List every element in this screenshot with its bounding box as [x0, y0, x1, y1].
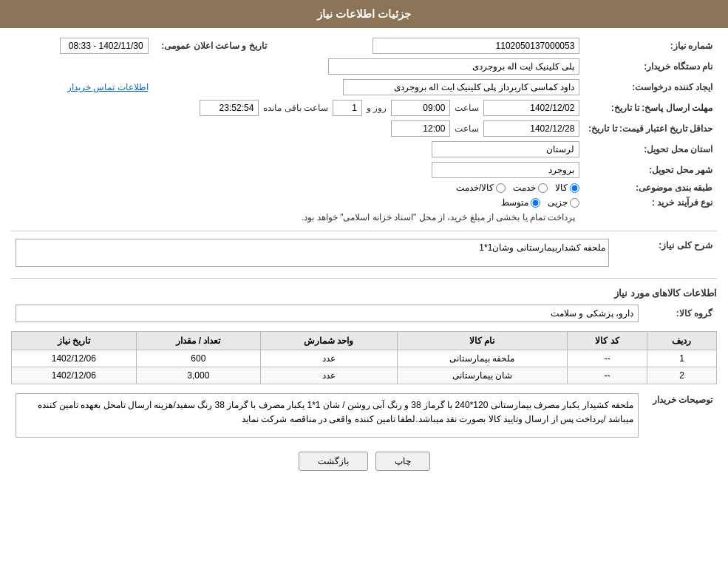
- cell-vahed: عدد: [261, 350, 398, 367]
- ijad-konande-input[interactable]: [343, 79, 579, 95]
- radio-motawaset-input[interactable]: [531, 198, 540, 208]
- mohlat-mande-label: ساعت باقی مانده: [263, 103, 328, 113]
- tabaqe-value: کالا خدمت کالا/خدمت: [11, 180, 584, 195]
- shomare-niaz-input[interactable]: [372, 38, 579, 54]
- hadaq-label: حداقل تاریخ اعتبار قیمت: تا تاریخ:: [584, 118, 717, 139]
- row-tabaqe: طبقه بندی موضوعی: کالا خدمت: [11, 180, 717, 195]
- mohlat-value: ساعت روز و ساعت باقی مانده: [11, 98, 584, 118]
- radio-kala-input[interactable]: [570, 183, 579, 193]
- back-button[interactable]: بازگشت: [299, 452, 368, 471]
- button-row: چاپ بازگشت: [11, 452, 717, 471]
- note-text: پرداخت تمام یا بخشی از مبلغ خرید، از محل…: [297, 209, 579, 225]
- group-kala-box: دارو، پزشکی و سلامت: [16, 305, 639, 322]
- radio-kala-khadamat-label: کالا/خدمت: [456, 183, 494, 193]
- hadaq-time-input[interactable]: [391, 120, 450, 137]
- ijad-konande-label: ایجاد کننده درخواست:: [584, 77, 717, 98]
- th-radif: ردیف: [647, 332, 716, 350]
- tosif-value-cell: ملحفه کشیدار یکبار مصرف بیمارستانی 120*2…: [11, 390, 643, 441]
- mohlat-time-input[interactable]: [391, 100, 450, 116]
- ostan-input[interactable]: [432, 141, 579, 157]
- radio-khadamat-label: خدمت: [513, 183, 536, 193]
- row-mohlat: مهلت ارسال پاسخ: تا تاریخ: ساعت روز و سا…: [11, 98, 717, 118]
- hadaq-date-input[interactable]: [483, 120, 579, 137]
- radio-kala-label: کالا: [555, 183, 568, 193]
- page-header: جزئیات اطلاعات نیاز: [0, 0, 728, 28]
- tarikhe-elan-value: [11, 35, 153, 56]
- note-cell: پرداخت تمام یا بخشی از مبلغ خرید، از محل…: [11, 210, 584, 225]
- radio-kala-khadamat-input[interactable]: [496, 183, 506, 193]
- radio-jozii-label: جزیی: [548, 197, 568, 208]
- cell-kod-kala: --: [568, 367, 647, 384]
- group-kala-value-cell: دارو، پزشکی و سلامت: [11, 302, 643, 325]
- shomare-niaz-value: [271, 35, 585, 56]
- shahr-value: [11, 160, 584, 180]
- radio-motawaset-label: متوسط: [501, 197, 528, 208]
- divider-2: [11, 278, 717, 279]
- radio-khadamat[interactable]: خدمت: [513, 183, 548, 193]
- row-ijad-konande: ایجاد کننده درخواست: اطلاعات تماس خریدار: [11, 77, 717, 98]
- cell-radif: 1: [647, 350, 716, 367]
- mohlat-label: مهلت ارسال پاسخ: تا تاریخ:: [584, 98, 717, 118]
- radio-motawaset[interactable]: متوسط: [501, 197, 540, 208]
- tabaqe-label: طبقه بندی موضوعی:: [584, 180, 717, 195]
- cell-nam-kala: شان بیمارستانی: [397, 367, 567, 384]
- cell-tedad: 3,000: [136, 367, 260, 384]
- sharh-value-cell: ملحفه کشداربیمارستانی وشان1*1: [11, 236, 613, 272]
- radio-khadamat-input[interactable]: [538, 183, 548, 193]
- page-wrapper: جزئیات اطلاعات نیاز شماره نیاز: تاریخ و …: [0, 0, 728, 561]
- products-table: ردیف کد کالا نام کالا واحد شمارش تعداد /…: [11, 331, 717, 384]
- cell-nam-kala: ملحفه بیمارستانی: [397, 350, 567, 367]
- sharh-label: شرح کلی نیاز:: [613, 236, 717, 272]
- shahr-input[interactable]: [432, 162, 579, 178]
- ettelaat-tamas-link[interactable]: اطلاعات تماس خریدار: [67, 82, 149, 92]
- th-nam-kala: نام کالا: [397, 332, 567, 350]
- cell-tarikh: 1402/12/06: [12, 367, 137, 384]
- row-sharh: شرح کلی نیاز: ملحفه کشداربیمارستانی وشان…: [11, 236, 717, 272]
- divider-1: [11, 231, 717, 231]
- hadaq-value: ساعت: [11, 118, 584, 139]
- row-shomare-niaz: شماره نیاز: تاریخ و ساعت اعلان عمومی:: [11, 35, 717, 56]
- sharh-table: شرح کلی نیاز: ملحفه کشداربیمارستانی وشان…: [11, 236, 717, 272]
- radio-kala[interactable]: کالا: [555, 183, 579, 193]
- cell-tarikh: 1402/12/06: [12, 350, 137, 367]
- sharh-textarea[interactable]: ملحفه کشداربیمارستانی وشان1*1: [16, 239, 609, 267]
- print-button[interactable]: چاپ: [375, 452, 430, 471]
- tarikhe-elan-label: تاریخ و ساعت اعلان عمومی:: [153, 35, 271, 56]
- mohlat-date-input[interactable]: [483, 100, 579, 116]
- mohlat-roz-input[interactable]: [333, 100, 362, 116]
- group-kala-table: گروه کالا: دارو، پزشکی و سلامت: [11, 302, 717, 325]
- table-row: 2 -- شان بیمارستانی عدد 3,000 1402/12/06: [12, 367, 717, 384]
- group-kala-label: گروه کالا:: [643, 302, 717, 325]
- hadaq-time-label: ساعت: [455, 123, 479, 134]
- ettelaat-tamas-cell: اطلاعات تماس خریدار: [11, 77, 153, 98]
- mohlat-mande-input[interactable]: [200, 100, 259, 116]
- mohlat-roz-label: روز و: [367, 103, 387, 113]
- row-ostan: استان محل تحویل:: [11, 139, 717, 160]
- row-tosif: توصیحات خریدار ملحفه کشیدار یکبار مصرف ب…: [11, 390, 717, 441]
- tarikhe-elan-input[interactable]: [60, 38, 149, 54]
- mohlat-time-label: ساعت: [455, 103, 479, 113]
- th-tarikh: تاریخ نیاز: [12, 332, 137, 350]
- radio-kala-khadamat[interactable]: کالا/خدمت: [456, 183, 506, 193]
- noe-farayand-value: جزیی متوسط: [11, 195, 584, 210]
- table-header-row: ردیف کد کالا نام کالا واحد شمارش تعداد /…: [12, 332, 717, 350]
- ostan-label: استان محل تحویل:: [584, 139, 717, 160]
- cell-tedad: 600: [136, 350, 260, 367]
- tosif-label: توصیحات خریدار: [643, 390, 717, 441]
- th-tedad: تعداد / مقدار: [136, 332, 260, 350]
- tosif-box: ملحفه کشیدار یکبار مصرف بیمارستانی 120*2…: [16, 393, 639, 438]
- main-content: شماره نیاز: تاریخ و ساعت اعلان عمومی: نا…: [0, 28, 728, 486]
- shomare-niaz-label: شماره نیاز:: [584, 35, 717, 56]
- radio-jozii[interactable]: جزیی: [548, 197, 579, 208]
- row-group-kala: گروه کالا: دارو، پزشکی و سلامت: [11, 302, 717, 325]
- shahr-label: شهر محل تحویل:: [584, 160, 717, 180]
- cell-kod-kala: --: [568, 350, 647, 367]
- row-hadaq: حداقل تاریخ اعتبار قیمت: تا تاریخ: ساعت: [11, 118, 717, 139]
- radio-jozii-input[interactable]: [570, 198, 579, 208]
- row-nam-dastgah: نام دستگاه خریدار:: [11, 56, 717, 77]
- nam-dastgah-input[interactable]: [328, 58, 579, 75]
- noe-farayand-label: نوع فرآیند خرید :: [584, 195, 717, 210]
- cell-radif: 2: [647, 367, 716, 384]
- ostan-value: [11, 139, 584, 160]
- kala-info-title: اطلاعات کالاهای مورد نیاز: [11, 283, 717, 302]
